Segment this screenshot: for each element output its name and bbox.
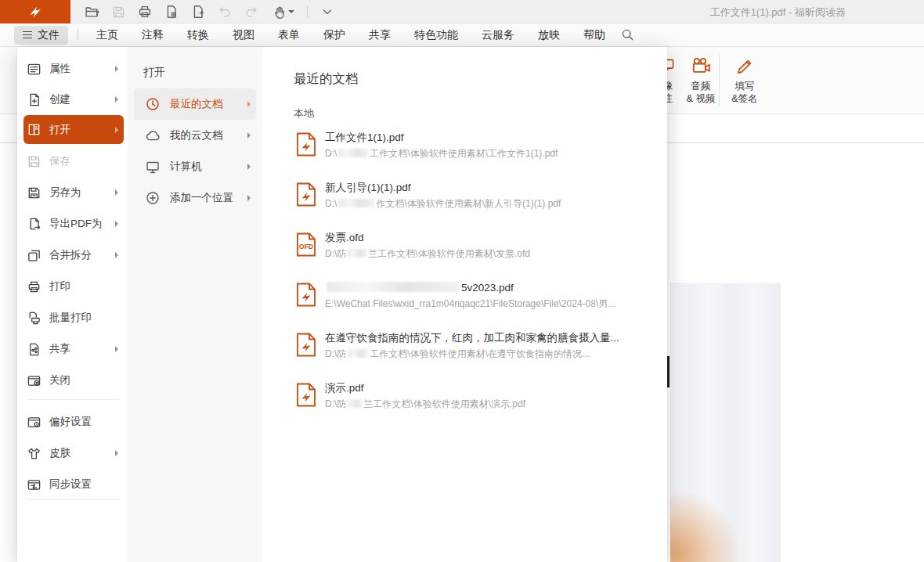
submenu-arrow-icon <box>247 195 251 201</box>
recent-documents-header: 最近的文档 <box>294 70 359 88</box>
tab-convert[interactable]: 转换 <box>175 23 221 47</box>
file-name: 工作文件1(1).pdf <box>325 130 648 146</box>
batch-print-icon <box>27 311 42 326</box>
foxit-logo-icon <box>27 4 43 20</box>
tab-comment[interactable]: 注释 <box>130 23 175 47</box>
tab-protect[interactable]: 保护 <box>312 23 357 47</box>
save-icon[interactable] <box>105 2 132 22</box>
window-title: 工作文件1(1).pdf - 福昕阅读器 <box>710 5 846 20</box>
menu-item-print[interactable]: 打印 <box>23 271 124 302</box>
page-organize-icon[interactable] <box>158 2 185 22</box>
more-tools-icon[interactable] <box>314 2 341 22</box>
file-path: D:\防兰工作文档\体验软件使用素材\发票.ofd <box>325 246 648 262</box>
cloud-icon <box>145 128 161 143</box>
foxit-pdf-file-icon <box>296 132 316 157</box>
menu-item-export-pdf[interactable]: 导出PDF为 <box>23 208 124 240</box>
create-new-icon[interactable] <box>185 2 211 22</box>
menu-item-combine-split[interactable]: 合并拆分 <box>23 240 124 271</box>
svg-text:OFD: OFD <box>299 243 313 250</box>
recent-file-item[interactable]: OFD 发票.ofd D:\防兰工作文档\体验软件使用素材\发票.ofd <box>284 230 651 271</box>
file-path: E:\WeChat Files\wxid_rra1m04nqaqc21\File… <box>325 296 648 312</box>
file-path: D:\防兰工作文档\体验软件使用素材\演示.pdf <box>325 396 648 412</box>
tab-share[interactable]: 共享 <box>357 23 402 47</box>
file-menu-overlay: 属性 创建 打开 保存 另存为 <box>17 47 667 562</box>
menu-item-save-as[interactable]: 另存为 <box>23 177 124 208</box>
submenu-arrow-icon <box>115 346 118 352</box>
foxit-pdf-file-icon <box>296 283 316 307</box>
recent-file-item[interactable]: 5v2023.pdf E:\WeChat Files\wxid_rra1m04n… <box>284 280 651 321</box>
menu-item-share[interactable]: 共享 <box>23 333 124 365</box>
undo-icon[interactable] <box>211 2 238 22</box>
recent-file-item[interactable]: 演示.pdf D:\防兰工作文档\体验软件使用素材\演示.pdf <box>284 380 651 421</box>
recent-file-item[interactable]: 新人引导(1)(1).pdf D:\作文档\体验软件使用素材\新人引导(1)(1… <box>284 180 651 221</box>
menu-item-preferences[interactable]: 偏好设置 <box>23 406 124 438</box>
file-menu-column: 属性 创建 打开 保存 另存为 <box>17 47 128 562</box>
print-icon <box>27 279 42 294</box>
tab-home[interactable]: 主页 <box>85 23 130 47</box>
hand-tool-caret-icon <box>288 10 294 13</box>
recent-file-item[interactable]: 在遵守饮食指南的情况下，红肉，加工肉和家禽的膳食摄入量... D:\防工作文档\… <box>284 330 651 371</box>
menu-item-properties[interactable]: 属性 <box>23 53 124 85</box>
ribbon-fragment: 像 注 音频 & 视频 填写 &签名 <box>667 47 924 114</box>
search-icon[interactable] <box>620 27 635 42</box>
add-place-icon <box>145 190 161 206</box>
skin-icon <box>27 446 42 461</box>
submenu-arrow-icon <box>247 132 251 139</box>
sync-settings-icon <box>27 477 42 492</box>
foxit-pdf-file-icon <box>296 333 316 357</box>
preferences-icon <box>27 415 42 430</box>
submenu-arrow-icon <box>115 189 118 196</box>
foxit-pdf-file-icon <box>296 383 316 407</box>
redo-icon[interactable] <box>238 2 265 22</box>
submenu-arrow-icon <box>115 66 118 72</box>
open-item-cloud-documents[interactable]: 我的云文档 <box>134 120 256 151</box>
tab-special-features[interactable]: 特色功能 <box>402 23 470 47</box>
open-file-icon[interactable] <box>78 2 105 22</box>
submenu-arrow-icon <box>115 96 118 103</box>
tab-cloud-service[interactable]: 云服务 <box>470 23 526 47</box>
app-window: 工作文件1(1).pdf - 福昕阅读器 文件 主页 注释 转换 视图 表单 保… <box>0 0 924 562</box>
file-path: D:\工作文档\体验软件使用素材\工作文件1(1).pdf <box>325 146 648 162</box>
open-panel: 打开 最近的文档 我的云文档 计算机 添加一个位置 <box>128 47 262 562</box>
tab-view[interactable]: 视图 <box>221 23 266 47</box>
submenu-arrow-icon <box>247 164 251 170</box>
file-name: 新人引导(1)(1).pdf <box>325 180 648 196</box>
menu-item-skin[interactable]: 皮肤 <box>23 438 124 469</box>
menu-item-create[interactable]: 创建 <box>23 84 124 115</box>
menu-item-sync-settings[interactable]: 同步设置 <box>23 469 124 500</box>
submenu-arrow-icon <box>247 101 251 107</box>
foxit-pdf-file-icon <box>296 182 316 207</box>
close-document-icon <box>27 373 42 388</box>
app-logo[interactable] <box>0 0 70 23</box>
tab-form[interactable]: 表单 <box>266 23 312 47</box>
title-bar: 工作文件1(1).pdf - 福昕阅读器 <box>0 0 924 23</box>
menu-item-batch-print[interactable]: 批量打印 <box>23 302 124 333</box>
ofd-file-icon: OFD <box>296 232 316 257</box>
tab-help[interactable]: 帮助 <box>572 23 617 47</box>
menu-separator <box>78 29 78 41</box>
file-name: 5v2023.pdf <box>325 280 648 296</box>
tab-present[interactable]: 放映 <box>526 23 572 47</box>
menu-divider <box>27 399 120 400</box>
submenu-arrow-icon <box>115 450 118 456</box>
quick-access-toolbar <box>78 0 341 23</box>
open-item-recent-documents[interactable]: 最近的文档 <box>134 88 256 120</box>
recent-file-item[interactable]: 工作文件1(1).pdf D:\工作文档\体验软件使用素材\工作文件1(1).p… <box>284 130 651 171</box>
open-item-computer[interactable]: 计算机 <box>134 151 256 182</box>
print-icon[interactable] <box>132 2 158 22</box>
menu-divider <box>27 499 120 500</box>
fill-sign-button[interactable]: 填写 &签名 <box>724 53 766 110</box>
submenu-arrow-icon <box>115 252 118 258</box>
menu-item-open[interactable]: 打开 <box>23 115 124 144</box>
menu-item-save[interactable]: 保存 <box>23 146 124 177</box>
save-icon <box>27 154 42 169</box>
audio-video-button[interactable]: 音频 & 视频 <box>680 53 722 110</box>
menu-item-close[interactable]: 关闭 <box>23 365 124 396</box>
document-embedded-image <box>670 283 781 562</box>
open-item-add-place[interactable]: 添加一个位置 <box>134 182 256 214</box>
file-path: D:\防工作文档\体验软件使用素材\在遵守饮食指南的情况... <box>325 346 648 362</box>
file-menu-button[interactable]: 文件 <box>14 26 68 45</box>
hand-tool-icon[interactable] <box>265 2 301 22</box>
file-name: 演示.pdf <box>325 380 648 396</box>
open-panel-header: 打开 <box>143 66 165 80</box>
